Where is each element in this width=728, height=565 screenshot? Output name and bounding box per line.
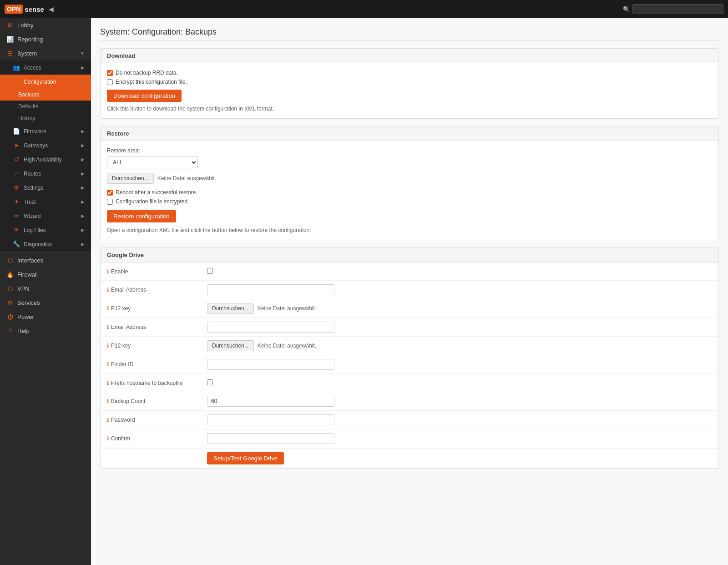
rrd-checkbox-row: Do not backup RRD data. <box>107 70 712 76</box>
sidebar-item-label: Diagnostics <box>24 241 52 247</box>
gdrive-enable-checkbox[interactable] <box>207 268 213 274</box>
gdrive-email-label: ℹ Email Address <box>107 287 207 293</box>
help-icon: ? <box>6 328 14 334</box>
search-input[interactable] <box>632 4 723 14</box>
gdrive-prefix-control <box>207 379 712 387</box>
gdrive-backup-count-control <box>207 396 712 407</box>
gdrive-folder-label: ℹ Folder ID <box>107 361 207 368</box>
sidebar-item-diagnostics[interactable]: 🔧 Diagnostics ▶ <box>0 237 91 251</box>
sidebar-sub-item-backups[interactable]: Backups <box>0 89 91 101</box>
restore-area-select[interactable]: ALL System Interfaces Firewall VPN Servi… <box>107 156 198 168</box>
restore-browse-button[interactable]: Durchsuchen... <box>107 173 154 184</box>
sidebar-item-interfaces[interactable]: ⬡ Interfaces <box>0 253 91 267</box>
sidebar-item-reporting[interactable]: 📊 Reporting <box>0 32 91 46</box>
sidebar-item-help[interactable]: ? Help <box>0 324 91 338</box>
restore-no-file-text: Keine Datei ausgewählt. <box>157 175 216 182</box>
firewall-icon: 🔥 <box>6 271 14 278</box>
sidebar-item-power[interactable]: ⏻ Power <box>0 310 91 324</box>
sidebar-item-label: Firewall <box>17 271 38 278</box>
sidebar-item-log-files[interactable]: 👁 Log Files ▶ <box>0 223 91 237</box>
gdrive-p12key2-control: Durchsuchen... Keine Datei ausgewählt. <box>207 340 712 351</box>
gdrive-email2-label: ℹ Email Address <box>107 324 207 330</box>
gdrive-p12key-label: ℹ P12 key <box>107 305 207 312</box>
chevron-right-icon: ▶ <box>81 171 85 176</box>
gdrive-p12key2-browse-button[interactable]: Durchsuchen... <box>207 340 254 351</box>
sidebar-item-services[interactable]: ⚙ Services <box>0 296 91 310</box>
info-icon: ℹ <box>107 361 109 368</box>
rrd-checkbox[interactable] <box>107 70 113 76</box>
gdrive-password-control <box>207 414 712 425</box>
gdrive-backup-count-input[interactable] <box>207 396 334 407</box>
restore-encrypt-checkbox[interactable] <box>107 199 113 205</box>
gateways-icon: ➤ <box>13 142 20 149</box>
sidebar-item-label: Gateways <box>24 142 48 149</box>
info-icon: ℹ <box>107 305 109 312</box>
info-icon: ℹ <box>107 380 109 386</box>
page-title: System: Configuration: Backups <box>100 27 719 41</box>
sidebar-item-label: High Availability <box>24 156 62 163</box>
search-area: 🔍 <box>623 4 723 14</box>
reboot-checkbox[interactable] <box>107 190 113 196</box>
gdrive-backup-count-row: ℹ Backup Count <box>101 392 718 411</box>
sidebar-sub-item-history[interactable]: History <box>0 112 91 124</box>
chevron-right-icon: ▶ <box>81 242 85 247</box>
encrypt-checkbox-row: Encrypt this configuration file. <box>107 79 712 85</box>
sidebar-item-configuration[interactable]: ↺ Configuration ▼ <box>0 75 91 89</box>
sidebar-item-high-availability[interactable]: ↺ High Availability ▶ <box>0 152 91 166</box>
logo-box: OPN <box>5 5 23 14</box>
gdrive-p12key-no-file: Keine Datei ausgewählt. <box>258 305 316 312</box>
gdrive-p12key-browse-button[interactable]: Durchsuchen... <box>207 303 254 314</box>
gdrive-confirm-input[interactable] <box>207 433 334 444</box>
gdrive-button-row: Setup/Test Google Drive <box>101 448 718 468</box>
restore-encrypt-label: Configuration file is encrypted. <box>116 198 189 205</box>
sidebar-item-routes[interactable]: ⇌ Routes ▶ <box>0 166 91 181</box>
sidebar-item-settings[interactable]: ⚙ Settings ▶ <box>0 181 91 195</box>
sidebar-item-label: Interfaces <box>17 257 43 264</box>
sidebar-item-gateways[interactable]: ➤ Gateways ▶ <box>0 138 91 152</box>
sidebar-item-firmware[interactable]: 📄 Firmware ▶ <box>0 124 91 138</box>
routes-icon: ⇌ <box>13 170 20 177</box>
gdrive-setup-button[interactable]: Setup/Test Google Drive <box>207 452 284 464</box>
rrd-label: Do not backup RRD data. <box>116 70 178 76</box>
download-config-button[interactable]: Download configuration <box>107 90 182 102</box>
power-icon: ⏻ <box>6 313 14 320</box>
sidebar-item-system[interactable]: ☰ System ▼ <box>0 46 91 61</box>
sidebar-item-wizard[interactable]: ✏ Wizard ▶ <box>0 209 91 223</box>
chevron-down-icon: ▼ <box>80 51 85 56</box>
gdrive-enable-control <box>207 268 712 275</box>
configuration-submenu: Backups Defaults History <box>0 89 91 124</box>
gdrive-folder-input[interactable] <box>207 359 334 370</box>
system-icon: ☰ <box>6 50 14 57</box>
sidebar-item-firewall[interactable]: 🔥 Firewall <box>0 267 91 282</box>
gdrive-prefix-label: ℹ Prefix hostname to backupfile <box>107 380 207 386</box>
gdrive-password-label: ℹ Password <box>107 417 207 423</box>
sidebar-item-vpn[interactable]: ⬡ VPN <box>0 282 91 296</box>
restore-area-label: Restore area: <box>107 147 712 154</box>
encrypt-checkbox[interactable] <box>107 79 113 85</box>
gdrive-confirm-control <box>207 433 712 444</box>
chevron-right-icon: ▶ <box>81 199 85 204</box>
sidebar-sub-item-defaults[interactable]: Defaults <box>0 101 91 112</box>
chevron-right-icon: ▶ <box>81 65 85 70</box>
chevron-right-icon: ▶ <box>81 213 85 218</box>
sidebar-item-label: Reporting <box>17 36 43 43</box>
gdrive-email2-input[interactable] <box>207 322 334 333</box>
diagnostics-icon: 🔧 <box>13 241 20 247</box>
restore-file-row: Durchsuchen... Keine Datei ausgewählt. <box>107 173 712 184</box>
gdrive-email-input[interactable] <box>207 284 334 295</box>
gdrive-prefix-checkbox[interactable] <box>207 379 213 385</box>
gdrive-email-row: ℹ Email Address <box>101 281 718 299</box>
sidebar-item-trust[interactable]: ✦ Trust ▶ <box>0 195 91 209</box>
search-icon: 🔍 <box>623 6 630 13</box>
gdrive-header: Google Drive <box>101 248 718 262</box>
sidebar-item-label: Lobby <box>17 22 33 29</box>
trust-icon: ✦ <box>13 198 20 205</box>
sidebar-item-access[interactable]: 👥 Access ▶ <box>0 61 91 75</box>
gdrive-password-input[interactable] <box>207 414 334 425</box>
gdrive-email2-row: ℹ Email Address <box>101 318 718 337</box>
restore-config-button[interactable]: Restore configuration <box>107 210 176 222</box>
restore-body: Restore area: ALL System Interfaces Fire… <box>101 141 718 240</box>
reboot-checkbox-row: Reboot after a successful restore. <box>107 189 712 196</box>
collapse-button[interactable]: ◀ <box>49 5 54 13</box>
sidebar-item-lobby[interactable]: ⊞ Lobby <box>0 18 91 32</box>
